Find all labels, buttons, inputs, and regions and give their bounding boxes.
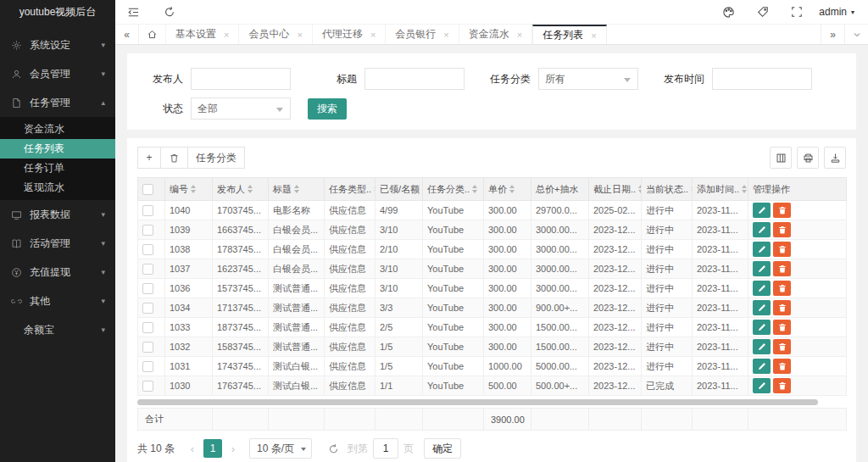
tabs-menu-icon[interactable] — [844, 25, 868, 44]
edit-button[interactable] — [753, 242, 771, 257]
close-icon[interactable]: × — [443, 30, 448, 40]
task-category-button[interactable]: 任务分类 — [187, 147, 245, 169]
edit-button[interactable] — [753, 261, 771, 276]
tabs-scroll-left-icon[interactable]: « — [115, 25, 139, 44]
goto-page-input[interactable] — [373, 438, 398, 459]
edit-button[interactable] — [753, 339, 771, 354]
row-checkbox[interactable] — [142, 283, 153, 294]
task-table: 编号 发布人 标题 任务类型.. 已领/名额 任务分类.. 单价 总价+抽水 截… — [137, 177, 847, 396]
row-checkbox[interactable] — [142, 225, 153, 236]
cell-task-type: 供应信息 — [325, 220, 376, 240]
prev-page-icon[interactable]: ‹ — [183, 439, 202, 458]
trash-icon-button[interactable] — [773, 320, 791, 335]
export-icon[interactable] — [824, 147, 846, 169]
sidebar-item-task-orders[interactable]: 任务订单 — [0, 159, 115, 178]
edit-button[interactable] — [753, 300, 771, 315]
trash-icon-button[interactable] — [773, 222, 791, 237]
sidebar-item-yuebao[interactable]: 余额宝 ▾ — [0, 315, 115, 344]
sort-icon[interactable] — [248, 185, 253, 193]
tag-icon[interactable] — [746, 0, 780, 24]
delete-button[interactable] — [160, 147, 188, 169]
row-checkbox[interactable] — [142, 205, 153, 216]
trash-icon-button[interactable] — [773, 339, 791, 354]
search-button[interactable]: 搜索 — [308, 98, 347, 120]
status-select[interactable]: 全部 — [191, 97, 291, 120]
horizontal-scrollbar[interactable] — [137, 399, 818, 405]
sort-icon[interactable] — [509, 185, 515, 193]
tab-agent-migration[interactable]: 代理迁移 × — [313, 25, 386, 44]
page-size-select[interactable]: 10 条/页 — [249, 438, 312, 459]
edit-button[interactable] — [753, 378, 771, 393]
trash-icon-button[interactable] — [773, 281, 791, 296]
close-icon[interactable]: × — [517, 30, 522, 40]
row-checkbox[interactable] — [142, 381, 153, 392]
filter-columns-icon[interactable] — [770, 147, 792, 169]
refresh-icon[interactable] — [152, 0, 187, 24]
sort-icon[interactable] — [638, 185, 641, 193]
sort-icon[interactable] — [472, 185, 477, 193]
theme-palette-icon[interactable] — [711, 0, 746, 24]
sidebar-item-task-list[interactable]: 任务列表 — [0, 139, 115, 159]
select-all-checkbox[interactable] — [142, 184, 153, 195]
sort-icon[interactable] — [742, 185, 747, 193]
print-icon[interactable] — [797, 147, 819, 169]
sidebar-item-recharge-withdraw[interactable]: 充值提现 ▾ — [0, 258, 115, 287]
trash-icon-button[interactable] — [773, 242, 791, 257]
trash-icon-button[interactable] — [773, 359, 791, 374]
fullscreen-icon[interactable] — [780, 0, 814, 24]
sidebar-item-member-management[interactable]: 会员管理 ▾ — [0, 59, 115, 88]
next-page-icon[interactable]: › — [224, 439, 242, 458]
sidebar-item-task-management[interactable]: 任务管理 ▴ — [0, 88, 115, 117]
home-tab[interactable] — [139, 25, 166, 44]
trash-icon-button[interactable] — [773, 203, 791, 218]
edit-button[interactable] — [753, 281, 771, 296]
table-row: 1040 1703745... 电影名称 供应信息 4/99 YouTube 3… — [138, 201, 847, 220]
table-row: 1030 1763745... 测试白银... 供应信息 1/1 YouTube… — [138, 376, 847, 396]
cell-publisher: 1623745... — [213, 259, 269, 279]
sidebar-item-report-data[interactable]: 报表数据 ▾ — [0, 200, 115, 229]
row-checkbox[interactable] — [142, 361, 153, 372]
close-icon[interactable]: × — [591, 31, 596, 41]
trash-icon-button[interactable] — [773, 378, 791, 393]
close-icon[interactable]: × — [370, 30, 376, 40]
tabs-scroll-right-icon[interactable]: » — [821, 25, 844, 44]
trash-icon-button[interactable] — [773, 261, 791, 276]
tab-basic-settings[interactable]: 基本设置 × — [166, 25, 239, 44]
close-icon[interactable]: × — [297, 30, 302, 40]
title-input[interactable] — [364, 68, 465, 90]
publish-time-input[interactable] — [712, 68, 812, 90]
collapse-sidebar-icon[interactable] — [115, 0, 152, 24]
row-actions — [748, 318, 847, 337]
tab-funds-flow[interactable]: 资金流水 × — [459, 25, 532, 44]
tab-member-bank[interactable]: 会员银行 × — [386, 25, 459, 44]
cell-publisher: 1583745... — [213, 337, 269, 357]
category-select[interactable]: 所有 — [538, 68, 638, 90]
row-checkbox[interactable] — [142, 264, 153, 275]
publisher-input[interactable] — [191, 68, 291, 90]
sort-icon[interactable] — [191, 185, 196, 193]
close-icon[interactable]: × — [224, 30, 229, 40]
toolbar-right-icons — [770, 147, 846, 169]
sidebar-item-system-settings[interactable]: 系统设定 ▾ — [0, 31, 115, 59]
edit-button[interactable] — [753, 222, 771, 237]
edit-button[interactable] — [753, 359, 771, 374]
row-checkbox[interactable] — [142, 322, 153, 333]
user-menu[interactable]: admin ▾ — [814, 6, 868, 18]
refresh-table-icon[interactable] — [324, 439, 342, 458]
add-button[interactable]: + — [137, 147, 161, 169]
current-page[interactable]: 1 — [203, 439, 222, 458]
row-checkbox[interactable] — [142, 244, 153, 255]
sort-icon[interactable] — [294, 185, 299, 193]
tab-task-list[interactable]: 任务列表 × — [532, 25, 606, 44]
trash-icon-button[interactable] — [773, 300, 791, 315]
sidebar-item-other[interactable]: 其他 ▾ — [0, 287, 115, 315]
confirm-button[interactable]: 确定 — [424, 438, 461, 459]
edit-button[interactable] — [753, 203, 771, 218]
sidebar-item-funds-flow[interactable]: 资金流水 — [0, 120, 115, 139]
row-checkbox[interactable] — [142, 342, 153, 353]
tab-member-center[interactable]: 会员中心 × — [239, 25, 312, 44]
edit-button[interactable] — [753, 320, 771, 335]
row-checkbox[interactable] — [142, 303, 153, 314]
sidebar-item-activity-management[interactable]: 活动管理 ▾ — [0, 229, 115, 258]
sidebar-item-cashback-flow[interactable]: 返现流水 — [0, 178, 115, 198]
